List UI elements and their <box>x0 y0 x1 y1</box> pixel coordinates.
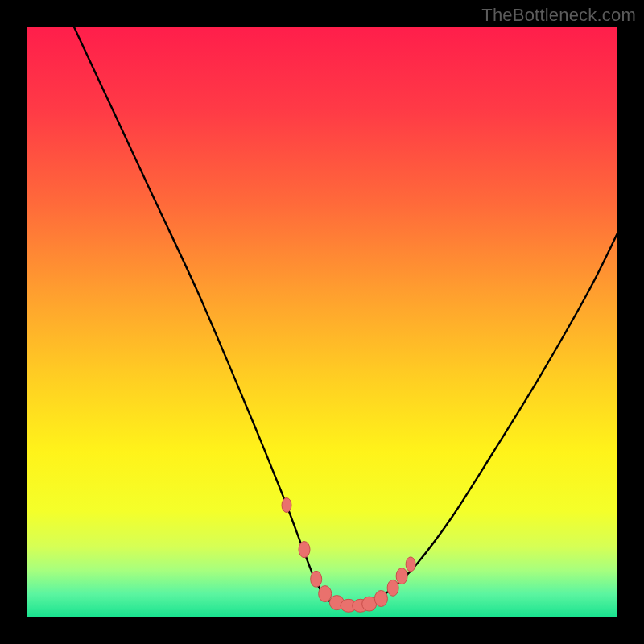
chart-frame: TheBottleneck.com <box>0 0 644 644</box>
valley-dot <box>396 568 407 584</box>
valley-dot <box>299 542 310 558</box>
valley-dot <box>311 571 322 587</box>
watermark-text: TheBottleneck.com <box>481 5 636 26</box>
chart-svg <box>27 27 617 617</box>
valley-dot <box>406 557 415 572</box>
chart-plot-area <box>27 27 617 617</box>
valley-dot <box>319 586 332 602</box>
valley-dot <box>282 498 291 513</box>
valley-dot <box>387 580 398 596</box>
bottleneck-curve <box>74 27 617 606</box>
valley-dot <box>374 591 387 607</box>
valley-dots-group <box>282 498 415 613</box>
